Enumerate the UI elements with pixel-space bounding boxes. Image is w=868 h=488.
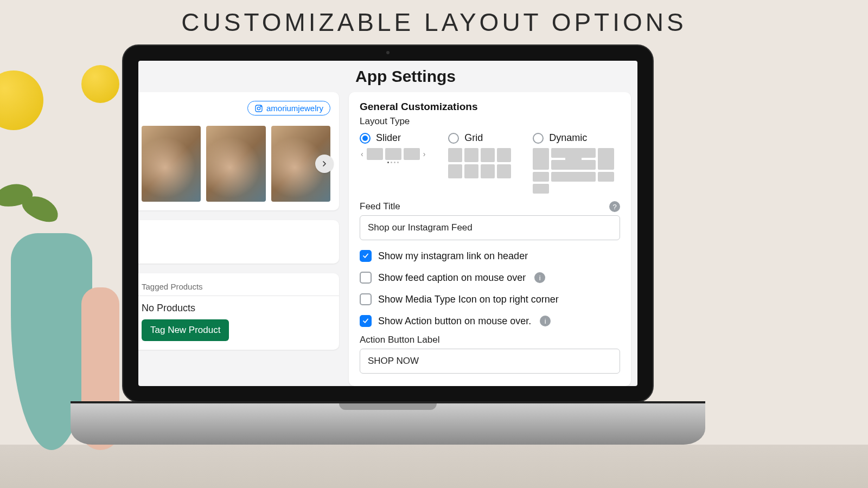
screen: App Settings amoriumjewelry (138, 61, 637, 386)
feed-title-label: Feed Title (360, 201, 400, 212)
radio-icon (360, 133, 371, 144)
tagged-products-label: Tagged Products (142, 282, 330, 291)
feed-title-input[interactable] (360, 215, 620, 240)
layout-type-label: Layout Type (360, 116, 620, 127)
checkbox-label: Show my instagram link on header (378, 251, 528, 262)
radio-icon (533, 133, 544, 144)
feed-photo[interactable] (142, 126, 201, 202)
layout-option-dynamic[interactable]: Dynamic (533, 132, 608, 194)
checkbox-icon (360, 293, 372, 305)
page-title: App Settings (138, 61, 637, 92)
decor-ball (0, 70, 43, 130)
checkbox-label: Show Media Type Icon on top right corner (378, 294, 559, 305)
checkbox-show-media-icon[interactable]: Show Media Type Icon on top right corner (360, 293, 620, 305)
marketing-headline: CUSTOMIZABLE LAYOUT OPTIONS (0, 8, 868, 37)
spacer-card (138, 220, 339, 264)
checkbox-icon (360, 272, 372, 284)
floor (0, 445, 868, 488)
no-products-text: No Products (142, 303, 330, 314)
slider-thumbnail: ‹ › (360, 148, 426, 160)
checkbox-icon (360, 315, 372, 327)
svg-point-1 (257, 107, 260, 110)
instagram-preview-card: amoriumjewelry (138, 92, 339, 210)
checkbox-label: Show feed caption on mouse over (378, 272, 526, 284)
carousel-next-button[interactable] (315, 155, 334, 173)
action-button-label-input[interactable] (360, 349, 620, 374)
chevron-left-icon: ‹ (360, 150, 365, 158)
instagram-icon (254, 104, 263, 113)
instagram-handle-text: amoriumjewelry (266, 104, 323, 113)
checkbox-label: Show Action button on mouse over. (378, 316, 531, 327)
layout-option-grid[interactable]: Grid (448, 132, 511, 178)
action-button-label-title: Action Button Label (360, 335, 620, 345)
checkbox-show-caption[interactable]: Show feed caption on mouse over i (360, 272, 620, 284)
laptop-base (71, 401, 705, 445)
laptop-frame: App Settings amoriumjewelry (122, 44, 654, 402)
chevron-right-icon: › (422, 150, 427, 158)
camera-notch (386, 51, 390, 54)
decor-ball (81, 65, 119, 103)
svg-point-2 (260, 106, 261, 106)
layout-option-slider[interactable]: Slider ‹ › (360, 132, 426, 163)
divider (138, 296, 339, 296)
layout-option-label: Dynamic (549, 132, 587, 144)
feed-preview-row (142, 126, 330, 202)
help-icon[interactable]: ? (609, 201, 620, 212)
layout-type-options: Slider ‹ › (360, 132, 620, 194)
info-icon[interactable]: i (540, 316, 551, 326)
feed-photo[interactable] (206, 126, 265, 202)
instagram-handle-badge[interactable]: amoriumjewelry (247, 101, 330, 115)
radio-icon (448, 133, 459, 144)
tagged-products-card: Tagged Products No Products Tag New Prod… (138, 273, 339, 350)
layout-option-label: Slider (376, 132, 401, 144)
info-icon[interactable]: i (534, 272, 545, 283)
chevron-right-icon (320, 159, 329, 168)
checkbox-icon (360, 250, 372, 262)
checkbox-show-action-button[interactable]: Show Action button on mouse over. i (360, 315, 620, 327)
checkbox-show-ig-link[interactable]: Show my instagram link on header (360, 250, 620, 262)
dynamic-thumbnail (533, 148, 608, 194)
tag-new-product-button[interactable]: Tag New Product (142, 319, 229, 341)
general-customizations-heading: General Customizations (360, 101, 620, 113)
settings-panel: General Customizations Layout Type Slide… (349, 92, 631, 386)
grid-thumbnail (448, 148, 511, 178)
layout-option-label: Grid (464, 132, 483, 144)
